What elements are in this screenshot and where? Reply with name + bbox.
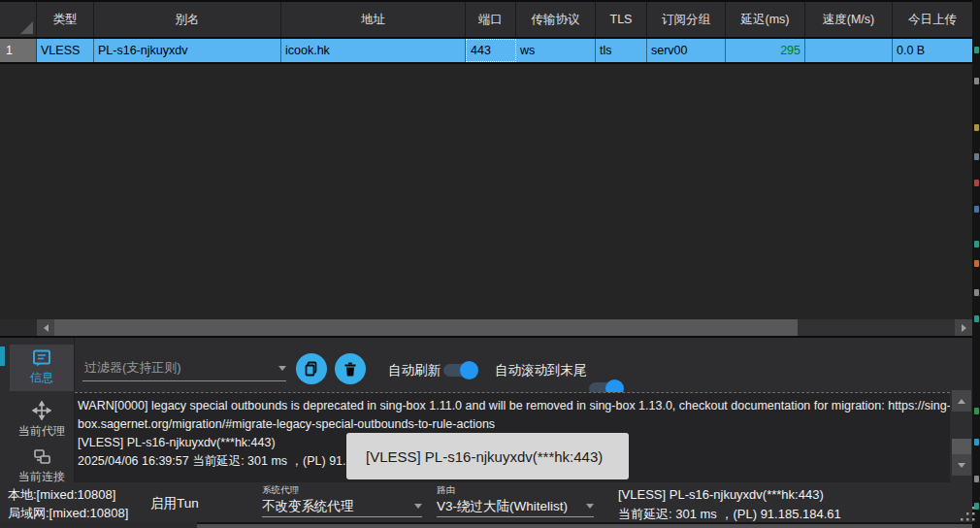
filter-placeholder: 过滤器(支持正则) <box>82 359 278 377</box>
column-header-port[interactable]: 端口 <box>466 2 516 37</box>
sliver-fragment <box>974 153 979 160</box>
column-header-tls[interactable]: TLS <box>596 2 647 37</box>
taskbar-edge <box>197 522 980 528</box>
local-listen-status: 本地:[mixed:10808] <box>8 486 115 504</box>
column-header-transport[interactable]: 传输协议 <box>516 2 596 37</box>
sliver-fragment <box>974 289 979 296</box>
background-app-sliver <box>972 0 980 528</box>
chevron-down-icon <box>278 366 286 371</box>
sliver-fragment <box>974 439 979 446</box>
app-window: 类型 别名 地址 端口 传输协议 TLS 订阅分组 延迟(ms) 速度(M/s)… <box>0 0 980 528</box>
row-number-cell[interactable]: 1 <box>0 39 37 62</box>
arrow-down-icon <box>958 463 965 468</box>
chevron-down-icon <box>586 504 594 509</box>
log-line: box.sagernet.org/migration/#migrate-lega… <box>78 415 948 434</box>
row-divider <box>0 62 972 64</box>
log-line: WARN[0000] legacy special outbounds is d… <box>78 397 948 415</box>
system-proxy-dropdown[interactable]: 不改变系统代理 <box>262 496 422 517</box>
sliver-fragment <box>974 206 979 213</box>
arrow-left-icon <box>44 324 49 332</box>
cell-group[interactable]: serv00 <box>647 39 726 62</box>
cell-latency[interactable]: 295 <box>726 39 805 62</box>
cell-upload[interactable]: 0.0 B <box>893 39 972 62</box>
copy-icon <box>304 361 319 377</box>
column-header-group[interactable]: 订阅分组 <box>647 2 726 37</box>
sliver-fragment <box>974 241 979 248</box>
route-value: V3-绕过大陆(Whitelist) <box>437 498 568 515</box>
window-bottom-edge <box>0 522 197 528</box>
active-node-status: [VLESS] PL-s16-njkuyxdv(***hk:443) <box>618 487 824 502</box>
column-header-type[interactable]: 类型 <box>37 2 94 37</box>
background-app-fragment <box>0 346 5 366</box>
scrollbar-spacer <box>0 319 37 336</box>
auto-refresh-toggle[interactable] <box>441 361 478 380</box>
cell-speed[interactable] <box>805 39 893 62</box>
copy-log-button[interactable] <box>296 353 327 384</box>
trash-icon <box>343 362 357 377</box>
sliver-fragment <box>974 408 979 414</box>
tab-info-label: 信息 <box>30 370 53 386</box>
filter-input[interactable]: 过滤器(支持正则) <box>82 355 286 381</box>
cell-port[interactable]: 443 <box>466 39 516 62</box>
chevron-down-icon <box>414 504 422 509</box>
sliver-fragment <box>974 476 979 482</box>
tab-current-proxy-label: 当前代理 <box>18 423 65 440</box>
cell-address[interactable]: icook.hk <box>281 39 466 62</box>
column-header-speed[interactable]: 速度(M/s) <box>805 2 893 37</box>
select-all-triangle-icon <box>20 21 33 34</box>
tab-info[interactable]: 信息 <box>10 345 74 391</box>
sliver-fragment <box>974 315 979 322</box>
sliver-fragment <box>974 124 979 131</box>
cell-tls[interactable]: tls <box>596 39 647 62</box>
auto-scroll-label: 自动滚动到末尾 <box>495 362 587 380</box>
sliver-fragment <box>974 47 979 53</box>
latency-status: 当前延迟: 301 ms ，(PL) 91.185.184.61 <box>618 506 841 523</box>
tab-current-proxy[interactable]: 当前代理 <box>10 398 74 443</box>
cell-transport[interactable]: ws <box>516 39 596 62</box>
route-dropdown[interactable]: V3-绕过大陆(Whitelist) <box>437 496 594 517</box>
log-scrollbar-thumb[interactable] <box>952 439 971 454</box>
system-proxy-value: 不改变系统代理 <box>262 498 354 515</box>
column-header-address[interactable]: 地址 <box>281 2 466 37</box>
resize-grip[interactable] <box>959 505 976 522</box>
arrow-right-icon <box>962 324 966 332</box>
cell-type[interactable]: VLESS <box>37 39 94 62</box>
lan-listen-status: 局域网:[mixed:10808] <box>8 505 128 522</box>
scroll-right-button[interactable] <box>955 319 972 336</box>
tooltip-text: [VLESS] PL-s16-njkuyxdv(***hk:443) <box>366 448 603 465</box>
node-tooltip: [VLESS] PL-s16-njkuyxdv(***hk:443) <box>346 433 629 479</box>
horizontal-scrollbar-thumb[interactable] <box>54 319 798 336</box>
column-header-upload[interactable]: 今日上传 <box>893 2 972 37</box>
log-scroll-up-button[interactable] <box>952 390 971 412</box>
enable-tun-label: 启用Tun <box>150 495 199 512</box>
auto-refresh-label: 自动刷新 <box>388 362 441 380</box>
scroll-left-button[interactable] <box>37 319 54 336</box>
arrow-up-icon <box>958 399 965 404</box>
proxy-arrows-icon <box>32 401 51 420</box>
table-row[interactable]: 1 VLESS PL-s16-njkuyxdv icook.hk 443 ws … <box>0 39 972 62</box>
chat-message-icon <box>32 349 51 367</box>
server-table-header: 类型 别名 地址 端口 传输协议 TLS 订阅分组 延迟(ms) 速度(M/s)… <box>0 2 972 37</box>
column-header-latency[interactable]: 延迟(ms) <box>726 2 805 37</box>
sliver-fragment <box>974 180 979 186</box>
clear-log-button[interactable] <box>335 353 366 384</box>
column-header-alias[interactable]: 别名 <box>94 2 281 37</box>
select-all-corner-cell[interactable] <box>0 2 37 37</box>
sliver-fragment <box>974 78 979 84</box>
toggle-knob <box>460 361 478 380</box>
connections-icon <box>32 448 51 466</box>
sliver-fragment <box>974 260 979 267</box>
cell-alias[interactable]: PL-s16-njkuyxdv <box>94 39 281 62</box>
log-scroll-down-button[interactable] <box>952 454 971 476</box>
